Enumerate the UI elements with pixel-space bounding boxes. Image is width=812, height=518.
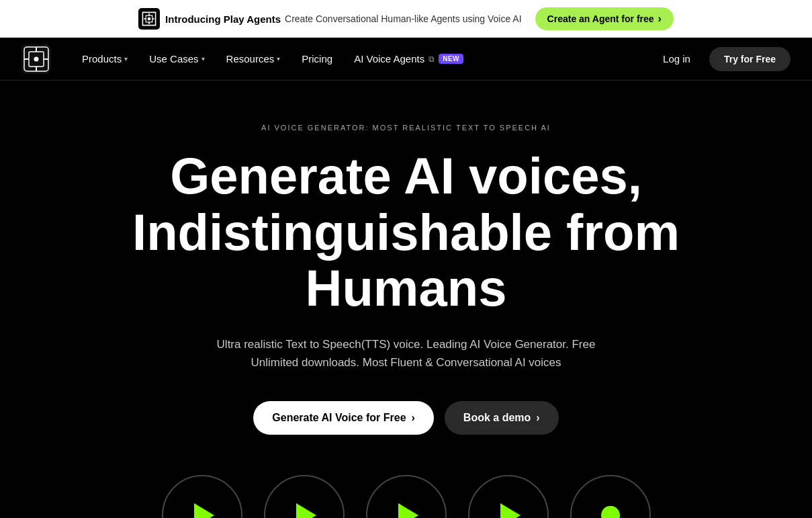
- nav-links: Products ▾ Use Cases ▾ Resources ▾ Prici…: [73, 48, 655, 70]
- svg-point-9: [34, 56, 39, 61]
- hero-buttons: Generate AI Voice for Free › Book a demo…: [253, 401, 558, 435]
- announcement-logo-icon: [138, 8, 160, 30]
- svg-point-1: [148, 17, 151, 21]
- login-button[interactable]: Log in: [655, 48, 698, 70]
- secondary-arrow-icon: ›: [536, 412, 539, 424]
- hero-title: Generate AI voices, Indistinguishable fr…: [132, 148, 680, 316]
- announcement-bar: Introducing Play Agents Create Conversat…: [0, 0, 812, 38]
- use-cases-chevron-icon: ▾: [201, 55, 205, 62]
- nav-item-use-cases[interactable]: Use Cases ▾: [140, 48, 214, 70]
- hero-section: AI VOICE GENERATOR: MOST REALISTIC TEXT …: [0, 81, 812, 518]
- announcement-subtext: Create Conversational Human-like Agents …: [285, 13, 522, 24]
- products-chevron-icon: ▾: [124, 55, 128, 62]
- nav-item-resources[interactable]: Resources ▾: [217, 48, 290, 70]
- play-icon-2: [296, 503, 316, 518]
- dot-icon-5: [601, 506, 620, 518]
- nav-item-ai-voice-agents[interactable]: AI Voice Agents ⧉ NEW: [345, 48, 473, 70]
- nav-logo[interactable]: [21, 44, 51, 74]
- create-agent-button[interactable]: Create an Agent for free ›: [535, 7, 674, 30]
- hero-subtitle: Ultra realistic Text to Speech(TTS) voic…: [212, 335, 601, 372]
- primary-arrow-icon: ›: [412, 412, 415, 424]
- create-agent-label: Create an Agent for free: [547, 13, 654, 24]
- nav-item-pricing[interactable]: Pricing: [292, 48, 342, 70]
- play-icon-1: [194, 503, 214, 518]
- external-link-icon: ⧉: [428, 54, 435, 64]
- hero-title-line2: Indistinguishable from: [132, 204, 680, 261]
- new-badge: NEW: [439, 54, 463, 64]
- audio-circle-5[interactable]: [570, 475, 651, 518]
- book-demo-button[interactable]: Book a demo ›: [445, 401, 559, 435]
- generate-voice-button[interactable]: Generate AI Voice for Free ›: [253, 401, 434, 435]
- announcement-brand: Introducing Play Agents: [165, 13, 281, 25]
- try-free-button[interactable]: Try for Free: [709, 47, 791, 71]
- audio-circle-4[interactable]: [468, 475, 549, 518]
- create-agent-arrow: ›: [658, 13, 662, 25]
- nav-item-products[interactable]: Products ▾: [73, 48, 137, 70]
- hero-eyebrow: AI VOICE GENERATOR: MOST REALISTIC TEXT …: [261, 124, 551, 132]
- generate-voice-label: Generate AI Voice for Free: [272, 412, 406, 424]
- resources-chevron-icon: ▾: [277, 55, 280, 62]
- audio-circle-3[interactable]: [366, 475, 447, 518]
- nav-right: Log in Try for Free: [655, 47, 791, 71]
- navbar: Products ▾ Use Cases ▾ Resources ▾ Prici…: [0, 38, 812, 81]
- play-icon-4: [500, 503, 521, 518]
- hero-title-line3: Humans: [306, 259, 507, 316]
- play-icon-3: [398, 503, 418, 518]
- announcement-text: Introducing Play Agents Create Conversat…: [165, 13, 522, 25]
- audio-circle-2[interactable]: [264, 475, 345, 518]
- book-demo-label: Book a demo: [463, 412, 531, 424]
- audio-circles-row: [148, 475, 664, 518]
- hero-title-line1: Generate AI voices,: [170, 147, 642, 204]
- audio-circle-1[interactable]: [162, 475, 242, 518]
- nav-logo-icon: [21, 44, 51, 74]
